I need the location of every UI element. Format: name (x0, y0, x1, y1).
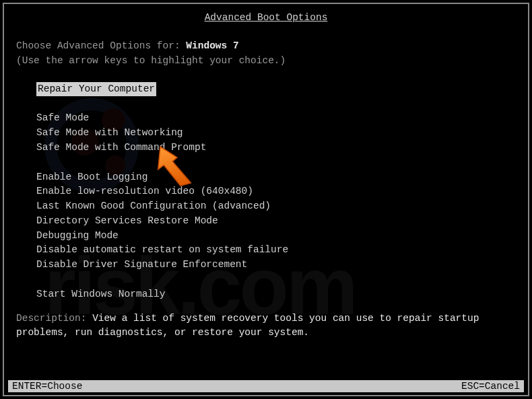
menu-item-last-known-good[interactable]: Last Known Good Configuration (advanced) (36, 199, 516, 214)
footer-enter: ENTER=Choose (12, 381, 82, 392)
instruction-text: Choose Advanced Options for: Windows 7 (… (16, 39, 516, 69)
page-title: Advanced Boot Options (16, 12, 516, 23)
menu-item-disable-auto-restart[interactable]: Disable automatic restart on system fail… (36, 243, 516, 258)
boot-menu[interactable]: Repair Your Computer Safe Mode Safe Mode… (36, 82, 516, 302)
menu-item-disable-driver-sig[interactable]: Disable Driver Signature Enforcement (36, 258, 516, 273)
menu-item-boot-logging[interactable]: Enable Boot Logging (36, 170, 516, 185)
menu-item-safe-mode-cmd[interactable]: Safe Mode with Command Prompt (36, 141, 516, 155)
footer-esc: ESC=Cancel (461, 381, 520, 392)
menu-item-ds-restore[interactable]: Directory Services Restore Mode (36, 214, 516, 229)
menu-item-low-res[interactable]: Enable low-resolution video (640x480) (36, 184, 516, 199)
menu-item-safe-mode[interactable]: Safe Mode (36, 111, 516, 126)
menu-item-start-normally[interactable]: Start Windows Normally (36, 287, 516, 302)
description-text: Description: View a list of system recov… (16, 312, 516, 341)
footer-bar: ENTER=Choose ESC=Cancel (8, 380, 524, 392)
menu-item-safe-mode-networking[interactable]: Safe Mode with Networking (36, 126, 516, 141)
menu-item-debugging[interactable]: Debugging Mode (36, 229, 516, 244)
menu-item-repair[interactable]: Repair Your Computer (36, 82, 156, 97)
